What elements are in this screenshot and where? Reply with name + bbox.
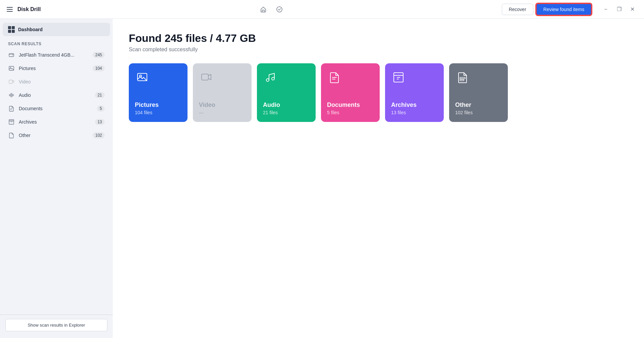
category-card-archives[interactable]: Archives 13 files	[385, 63, 444, 122]
other-card-count: 102 files	[455, 110, 502, 115]
video-card-name: Video	[199, 102, 246, 109]
audio-card-name: Audio	[263, 102, 310, 109]
scan-status: Scan completed successfully	[129, 47, 628, 53]
main-content: Found 245 files / 4.77 GB Scan completed…	[113, 19, 644, 338]
app-window: Disk Drill Recover Review found items −	[0, 0, 644, 338]
svg-point-2	[12, 55, 13, 56]
svg-point-12	[272, 77, 274, 80]
sidebar-item-other-label: Other	[19, 133, 89, 138]
home-icon[interactable]	[257, 3, 269, 15]
title-bar-left: Disk Drill	[5, 6, 41, 13]
drive-icon	[8, 52, 15, 58]
sidebar-footer: Show scan results in Explorer	[0, 315, 113, 335]
video-card-icon	[200, 71, 213, 84]
app-title: Disk Drill	[17, 6, 41, 12]
sidebar-item-archives-label: Archives	[19, 119, 91, 125]
pictures-card-name: Pictures	[135, 102, 181, 109]
recover-button[interactable]: Recover	[502, 4, 533, 15]
svg-rect-15	[460, 77, 465, 79]
documents-icon	[8, 105, 15, 112]
audio-card-count: 21 files	[263, 110, 310, 115]
audio-card-icon	[264, 71, 277, 84]
archives-card-icon	[392, 71, 405, 84]
pictures-icon	[8, 65, 15, 72]
category-card-pictures[interactable]: Pictures 104 files	[129, 63, 187, 122]
documents-card-name: Documents	[327, 102, 374, 109]
window-controls: − ❐ ✕	[600, 3, 639, 15]
audio-icon	[8, 92, 15, 98]
svg-rect-5	[9, 80, 12, 83]
archives-card-name: Archives	[391, 102, 438, 109]
show-explorer-button[interactable]: Show scan results in Explorer	[5, 319, 107, 331]
scan-results-section-title: Scan results	[0, 38, 113, 48]
svg-rect-16	[460, 79, 464, 81]
sidebar-item-archives[interactable]: Archives 13	[0, 115, 113, 129]
other-card-icon	[456, 71, 469, 84]
pictures-card-count: 104 files	[135, 110, 181, 115]
sidebar-badge-pictures: 104	[93, 65, 105, 71]
svg-rect-3	[9, 66, 14, 70]
sidebar-item-dashboard[interactable]: Dashboard	[3, 23, 110, 36]
archives-icon	[8, 119, 15, 125]
hamburger-icon[interactable]	[5, 6, 14, 13]
other-card-name: Other	[455, 102, 502, 109]
sidebar-item-jetflash-label: JetFlash Transcend 4GB...	[19, 52, 89, 58]
sidebar-item-audio-label: Audio	[19, 92, 91, 98]
sidebar-item-other[interactable]: Other 102	[0, 129, 113, 142]
sidebar-item-video[interactable]: Video	[0, 75, 113, 88]
documents-card-icon	[328, 71, 341, 84]
minimize-button[interactable]: −	[600, 3, 612, 15]
svg-rect-13	[394, 73, 403, 75]
sidebar-item-audio[interactable]: Audio 21	[0, 88, 113, 102]
category-card-video[interactable]: Video —	[193, 63, 252, 122]
dashboard-label: Dashboard	[18, 27, 43, 32]
sidebar: Dashboard Scan results JetFlash Transcen…	[0, 19, 113, 338]
sidebar-item-documents-label: Documents	[19, 106, 93, 111]
app-body: Dashboard Scan results JetFlash Transcen…	[0, 19, 644, 338]
review-found-items-button[interactable]: Review found items	[536, 3, 592, 15]
sidebar-item-jetflash[interactable]: JetFlash Transcend 4GB... 245	[0, 48, 113, 62]
pictures-card-icon	[136, 71, 149, 84]
sidebar-item-video-label: Video	[19, 79, 105, 84]
found-title: Found 245 files / 4.77 GB	[129, 32, 628, 45]
sidebar-badge-documents: 5	[97, 106, 105, 112]
sidebar-badge-audio: 21	[95, 92, 105, 98]
video-card-count: —	[199, 110, 246, 115]
maximize-button[interactable]: ❐	[613, 3, 625, 15]
category-card-other[interactable]: Other 102 files	[449, 63, 508, 122]
video-icon	[8, 78, 15, 85]
dashboard-grid-icon	[8, 26, 15, 33]
svg-point-0	[277, 7, 282, 12]
category-card-audio[interactable]: Audio 21 files	[257, 63, 316, 122]
sidebar-item-documents[interactable]: Documents 5	[0, 102, 113, 115]
other-icon	[8, 132, 15, 139]
title-bar-actions: Recover Review found items − ❐ ✕	[502, 3, 639, 15]
categories-grid: Pictures 104 files Video —	[129, 63, 628, 122]
checkmark-icon[interactable]	[273, 3, 285, 15]
title-bar-nav	[257, 3, 285, 15]
svg-rect-10	[202, 74, 208, 80]
svg-point-11	[266, 79, 269, 81]
documents-card-count: 5 files	[327, 110, 374, 115]
archives-card-count: 13 files	[391, 110, 438, 115]
sidebar-item-pictures[interactable]: Pictures 104	[0, 62, 113, 75]
close-button[interactable]: ✕	[627, 3, 639, 15]
sidebar-badge-archives: 13	[95, 119, 105, 125]
sidebar-item-pictures-label: Pictures	[19, 66, 89, 71]
svg-rect-7	[9, 121, 14, 124]
sidebar-badge-other: 102	[93, 132, 105, 138]
title-bar: Disk Drill Recover Review found items −	[0, 0, 644, 19]
sidebar-badge-jetflash: 245	[93, 52, 105, 58]
category-card-documents[interactable]: Documents 5 files	[321, 63, 380, 122]
